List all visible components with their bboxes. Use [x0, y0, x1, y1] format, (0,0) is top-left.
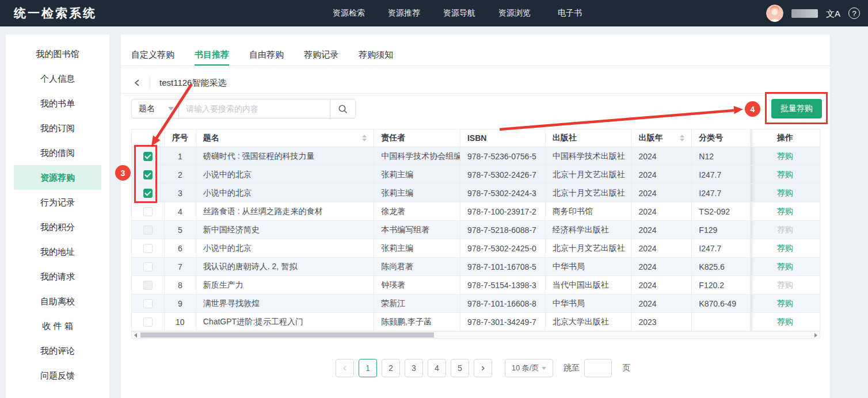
next-page-button[interactable]: › — [474, 359, 492, 377]
page-button[interactable]: 1 — [359, 359, 377, 377]
sidebar-item[interactable]: 我的书单 — [14, 91, 101, 116]
scrollbar-track[interactable] — [139, 332, 812, 338]
sidebar-item[interactable]: 问题反馈 — [14, 363, 101, 388]
row-checkbox[interactable] — [143, 317, 153, 327]
breadcrumb: test1126智能采选 — [121, 72, 830, 94]
isbn-cell: 978-7-5302-2426-7 — [460, 166, 546, 183]
title-cell: 新质生产力 — [196, 276, 374, 294]
nav-item[interactable]: 资源检索 — [333, 8, 365, 18]
sidebar-item[interactable]: 我的图书馆 — [14, 41, 101, 66]
row-checkbox[interactable] — [143, 189, 153, 198]
sidebar-item[interactable]: 我的评论 — [14, 338, 101, 363]
recommend-link[interactable]: 荐购 — [777, 317, 793, 327]
header-year[interactable]: 出版年 — [631, 129, 692, 147]
sidebar-item[interactable]: 我的积分 — [14, 215, 101, 239]
year-cell: 2024 — [631, 276, 692, 294]
tab[interactable]: 自由荐购 — [249, 44, 284, 66]
seq-cell: 10 — [165, 313, 196, 331]
publisher-cell: 北京十月文艺出版社 — [546, 166, 632, 183]
page: 统一检索系统 资源检索资源推荐资源导航资源浏览电子书 文A ? 我的图书馆个人信… — [0, 0, 868, 398]
isbn-cell: 978-7-100-23917-2 — [460, 202, 546, 220]
nav-item[interactable]: 资源浏览 — [498, 8, 531, 18]
sidebar-item[interactable]: 资源荐购 — [14, 165, 101, 190]
classno-cell: F129 — [692, 221, 751, 239]
checkbox-cell — [132, 202, 165, 220]
row-checkbox[interactable] — [143, 244, 153, 253]
batch-recommend-button[interactable]: 批量荐购 — [771, 99, 822, 118]
page-button[interactable]: 5 — [451, 359, 469, 377]
tab[interactable]: 书目推荐 — [195, 44, 229, 66]
row-checkbox[interactable] — [143, 225, 153, 235]
nav-item[interactable]: 资源推荐 — [388, 8, 420, 18]
sidebar-item[interactable]: 行为记录 — [14, 190, 101, 215]
row-checkbox[interactable] — [143, 170, 153, 179]
recommend-link[interactable]: 荐购 — [777, 170, 793, 180]
row-checkbox[interactable] — [143, 281, 153, 290]
search-input[interactable] — [179, 100, 330, 118]
toolbar: 题名 批量荐购 — [121, 99, 830, 118]
row-checkbox[interactable] — [143, 207, 153, 216]
table-row: 8新质生产力钟瑛著978-7-5154-1398-3当代中国出版社2024F12… — [132, 276, 820, 294]
recommend-link[interactable]: 荐购 — [777, 206, 793, 217]
author-cell: 张莉主编 — [374, 184, 460, 202]
row-checkbox[interactable] — [143, 299, 153, 308]
sidebar-menu: 我的图书馆个人信息我的书单我的订阅我的借阅资源荐购行为记录我的积分我的地址我的请… — [6, 35, 109, 398]
navbar-menu: 资源检索资源推荐资源导航资源浏览电子书 — [333, 0, 586, 26]
header-publisher: 出版社 — [546, 129, 632, 147]
tab[interactable]: 自定义荐购 — [131, 44, 174, 66]
scroll-right-icon[interactable] — [812, 332, 820, 338]
sidebar-item[interactable]: 收 件 箱 — [14, 313, 101, 338]
help-icon[interactable]: ? — [848, 7, 860, 19]
recommend-link[interactable]: 荐购 — [777, 151, 793, 162]
sidebar-item[interactable]: 我的请求 — [14, 264, 101, 289]
sidebar-item[interactable]: 我的地址 — [14, 239, 101, 264]
search-button[interactable] — [330, 100, 355, 118]
sidebar-item[interactable]: 我的订阅 — [14, 116, 101, 140]
table-row: 3小说中的北京张莉主编978-7-5302-2424-3北京十月文艺出版社202… — [132, 184, 820, 202]
jump-page-input[interactable] — [584, 359, 612, 377]
recommend-link[interactable]: 荐购 — [777, 280, 793, 290]
seq-cell: 4 — [165, 202, 196, 220]
page-button[interactable]: 4 — [428, 359, 446, 377]
classno-cell: F120.2 — [692, 276, 751, 294]
tab[interactable]: 荐购须知 — [359, 44, 393, 66]
row-checkbox[interactable] — [143, 152, 153, 161]
sort-icon[interactable] — [362, 135, 367, 141]
chevron-left-icon — [134, 79, 140, 87]
back-button[interactable] — [134, 79, 140, 87]
sidebar-item[interactable]: 自助离校 — [14, 289, 101, 313]
prev-page-button[interactable]: ‹ — [336, 359, 354, 377]
scroll-left-icon[interactable] — [132, 332, 139, 338]
page-button[interactable]: 2 — [382, 359, 400, 377]
title-cell: 满世界寻找敦煌 — [196, 294, 374, 312]
recommend-link[interactable]: 荐购 — [777, 188, 793, 198]
seq-cell: 1 — [165, 147, 196, 165]
translate-icon[interactable]: 文A — [826, 9, 840, 18]
recommend-link[interactable]: 荐购 — [777, 298, 793, 309]
row-checkbox[interactable] — [143, 262, 153, 271]
username-redacted — [791, 9, 818, 18]
nav-item[interactable]: 资源导航 — [443, 8, 475, 18]
avatar[interactable] — [766, 5, 783, 22]
tab[interactable]: 荐购记录 — [304, 44, 338, 66]
author-cell: 中国科学技术协会组编 — [374, 147, 460, 165]
sidebar-item[interactable]: 我的借阅 — [14, 140, 101, 165]
year-cell: 2024 — [631, 166, 692, 183]
recommend-link[interactable]: 荐购 — [777, 262, 793, 272]
checkbox-cell — [132, 239, 165, 257]
action-cell: 荐购 — [751, 313, 820, 331]
recommend-link[interactable]: 荐购 — [777, 225, 793, 235]
sort-icon[interactable] — [680, 135, 684, 141]
page-button[interactable]: 3 — [405, 359, 423, 377]
scrollbar-thumb[interactable] — [140, 332, 434, 338]
seq-cell: 7 — [165, 258, 196, 275]
search-field-select[interactable]: 题名 — [132, 100, 179, 118]
chevron-down-icon — [168, 107, 174, 110]
sidebar-item[interactable]: 个人信息 — [14, 66, 101, 91]
page-size-select[interactable]: 10 条/页 — [505, 359, 553, 377]
nav-item[interactable]: 电子书 — [554, 8, 586, 18]
year-cell: 2023 — [631, 313, 692, 331]
header-title[interactable]: 题名 — [196, 129, 374, 147]
recommend-link[interactable]: 荐购 — [777, 243, 793, 254]
horizontal-scrollbar[interactable] — [131, 331, 820, 339]
